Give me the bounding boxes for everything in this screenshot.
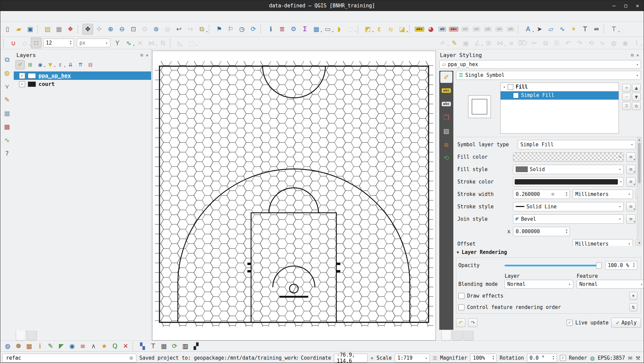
attribute-table-icon[interactable]: ▦ xyxy=(311,24,322,35)
opacity-slider[interactable] xyxy=(505,262,602,269)
bw-checker-icon[interactable]: ▞ xyxy=(191,342,201,351)
data-defined-override-fill-color[interactable]: ≡ xyxy=(626,152,636,162)
menu-web[interactable] xyxy=(64,15,71,17)
map-canvas[interactable] xyxy=(152,51,436,341)
new-project-icon[interactable]: ▯ xyxy=(2,24,13,35)
crs-globe-icon[interactable]: ◍ xyxy=(590,355,595,361)
layer-labeling-icon[interactable]: abc xyxy=(414,24,425,35)
help-icon[interactable]: ? xyxy=(2,148,12,159)
menu-mmqgis[interactable] xyxy=(77,15,84,17)
zoom-in-icon[interactable]: ⊕ xyxy=(105,24,116,35)
data-defined-override-fill-style[interactable]: ≡ xyxy=(626,165,636,174)
menu-project[interactable] xyxy=(4,15,10,17)
cut-features-icon[interactable]: ✂ xyxy=(529,38,539,48)
spinner-arrows-icon[interactable]: ▲▼ xyxy=(70,40,71,45)
stroke-style-combo[interactable]: Solid Line ▾ xyxy=(513,202,624,211)
snapping-points-toggle[interactable]: ∷ xyxy=(31,38,42,48)
data-source-manager-icon[interactable]: ⧉ xyxy=(2,54,12,65)
style-manager-icon[interactable]: ❖ xyxy=(65,24,76,35)
feature-blend-combo[interactable]: Normal ▾ xyxy=(577,280,644,289)
remove-symbol-layer-button[interactable]: － xyxy=(622,93,631,101)
label-properties-icon[interactable]: ab xyxy=(505,24,516,35)
spinner-arrows-icon[interactable]: ▲▼ xyxy=(566,192,567,197)
spinner-arrows-icon[interactable]: ▲▼ xyxy=(566,229,567,234)
new-mesh-layer-icon[interactable]: ▦ xyxy=(2,108,12,118)
zoom-full-icon[interactable]: ⊡ xyxy=(128,24,139,35)
stroke-color-button[interactable]: ▾ xyxy=(513,177,624,187)
annotation-style-icon[interactable]: A xyxy=(523,24,533,35)
data-defined-override-stroke-color[interactable]: ≡ xyxy=(626,177,636,187)
star-plugin-icon[interactable]: ★ xyxy=(99,342,109,351)
new-bookmark-icon[interactable]: ⚑ xyxy=(214,24,224,35)
rotation-spinbox[interactable]: 0.0 ° ▲▼ xyxy=(527,354,557,362)
temporal-controller-icon[interactable]: ◷ xyxy=(237,24,247,35)
undo-style-button[interactable]: ↶ xyxy=(456,318,465,327)
control-feature-order-checkbox[interactable] xyxy=(458,304,464,310)
extents-toggle-icon[interactable]: ⌖ xyxy=(371,355,374,361)
messages-balloon-icon[interactable]: ✉ xyxy=(628,355,632,361)
pin-labels-icon[interactable]: ab xyxy=(437,24,448,35)
properties-scrollbar[interactable]: ▲ ▼ xyxy=(637,137,642,246)
vertex-tool-icon[interactable]: ⋈ xyxy=(146,38,157,48)
scrollbar-thumb[interactable] xyxy=(638,143,641,183)
select-by-value-icon[interactable]: ◪ xyxy=(397,24,407,35)
float-panel-icon[interactable]: ⊡ xyxy=(140,53,143,58)
tab-layer-styling[interactable] xyxy=(441,330,451,341)
menu-edit[interactable] xyxy=(10,15,17,17)
redo-style-button[interactable]: ↷ xyxy=(468,318,477,327)
metasearch-globe-icon[interactable]: ◍ xyxy=(3,342,13,351)
duplicate-symbol-layer-button[interactable]: ⧉ xyxy=(632,102,641,110)
filter-legend-icon[interactable]: ▼ xyxy=(46,60,55,69)
customize-effects-button[interactable]: ✶ xyxy=(629,292,637,300)
new-raster-layer-icon[interactable]: ▩ xyxy=(2,121,12,132)
html-annotation-icon[interactable]: ab xyxy=(591,24,602,35)
zoom-to-selection-icon[interactable]: ⊙ xyxy=(139,24,150,35)
processing-gear-icon[interactable]: ⚙ xyxy=(288,24,299,35)
layout-manager-icon[interactable]: ▦ xyxy=(54,24,64,35)
data-defined-override-stroke-style[interactable]: ≡ xyxy=(626,202,636,211)
sum-statistics-icon[interactable]: Σ xyxy=(300,24,310,35)
tracing-icon[interactable]: ∿ xyxy=(123,38,134,48)
diagrams-tab-icon[interactable]: ⧈ xyxy=(440,139,452,150)
labels-tab-icon[interactable]: abc xyxy=(440,85,452,96)
current-edits-icon[interactable]: ✍ xyxy=(438,38,448,48)
add-symbol-layer-button[interactable]: ＋ xyxy=(622,84,631,92)
float-panel-icon[interactable]: ⊡ xyxy=(631,53,634,58)
move-label-icon[interactable]: ab xyxy=(460,24,470,35)
snapping-unit-combo[interactable]: px ▾ xyxy=(77,39,110,47)
mask-tab-icon[interactable]: abc xyxy=(440,98,452,110)
layer-blend-combo[interactable]: Normal ▾ xyxy=(505,280,573,289)
layer-item-ppa-up-hex[interactable]: ✓ ppa_up_hex xyxy=(14,71,151,80)
maximize-icon[interactable]: ▢ xyxy=(624,3,627,9)
undo-icon[interactable]: ↶ xyxy=(563,38,574,48)
map-tips-icon[interactable]: ◗ xyxy=(334,24,344,35)
fill-color-button[interactable]: ▾ xyxy=(513,152,624,162)
redo-icon[interactable]: ↷ xyxy=(574,38,585,48)
show-hide-labels-icon[interactable]: ab xyxy=(471,24,482,35)
add-ring-icon[interactable]: ◍ xyxy=(608,38,619,48)
change-label-icon[interactable]: ab xyxy=(494,24,505,35)
opacity-slider-handle[interactable] xyxy=(596,262,602,269)
search-input[interactable] xyxy=(5,355,129,361)
feature-order-settings-button[interactable]: ⇅ xyxy=(629,303,637,311)
reshape-icon[interactable]: ⌇ xyxy=(631,38,642,48)
vertex-editor-icon[interactable]: ⋈ xyxy=(495,38,505,48)
digitize-segment-icon[interactable]: ∠ xyxy=(472,38,482,48)
tab-layers[interactable] xyxy=(16,330,26,341)
symbol-layer-type-combo[interactable]: Simple Fill ▾ xyxy=(518,140,636,149)
move-feature-icon[interactable]: ⬚ xyxy=(186,38,197,48)
move-up-symbol-layer-button[interactable]: ▲ xyxy=(632,84,641,92)
fill-style-combo[interactable]: Solid ▾ xyxy=(513,165,624,174)
close-icon[interactable]: ✕ xyxy=(636,3,639,9)
menu-help[interactable] xyxy=(98,15,104,17)
opacity-spinbox[interactable]: 100.0 % ▲▼ xyxy=(605,261,637,270)
snapping-tolerance-spinbox[interactable]: 12 ▲▼ xyxy=(43,39,74,47)
info-circle-icon[interactable]: ℹ xyxy=(35,342,45,351)
new-vector-layer-icon[interactable]: ⋎ xyxy=(2,81,12,92)
web-globe-icon[interactable]: ◉ xyxy=(67,342,77,351)
copy-features-icon[interactable]: ⧉ xyxy=(540,38,551,48)
lock-scale-icon[interactable]: ⚿ xyxy=(433,355,437,361)
menu-layer[interactable] xyxy=(24,15,30,17)
layer-visibility-checkbox[interactable]: ✓ xyxy=(19,73,25,79)
select-features-icon[interactable]: ◩ xyxy=(363,24,373,35)
